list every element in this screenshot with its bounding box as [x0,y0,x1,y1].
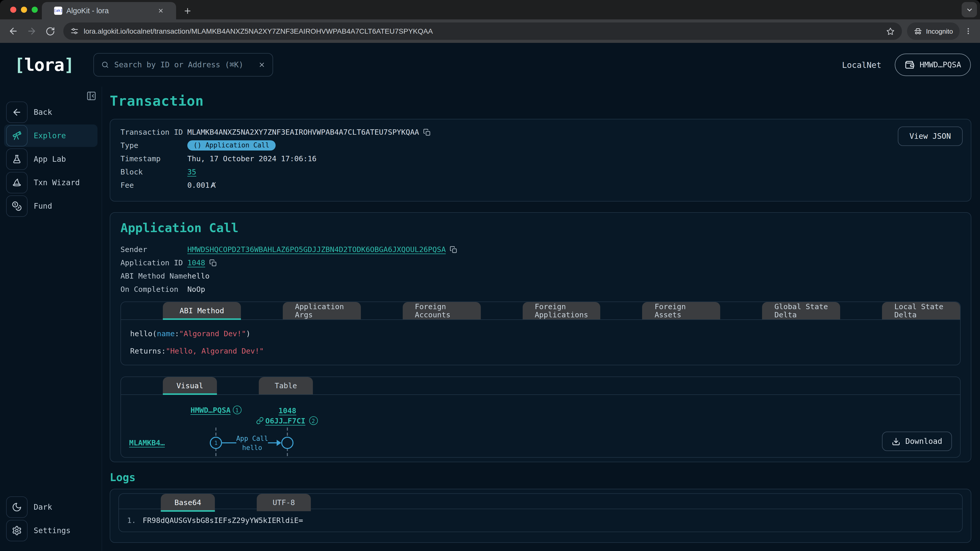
field-row: Transaction ID MLAMKB4ANXZ5NA2XY7ZNF3EAI… [121,127,961,137]
copy-icon[interactable] [209,259,217,267]
view-json-button[interactable]: View JSON [897,127,963,146]
algo-symbol: Ⱥ [210,181,216,189]
field-row: Application ID 1048 [121,258,961,268]
field-label: Fee [121,181,187,189]
field-row: Type () Application Call [121,140,961,151]
visual-tabs: Visual Table [121,377,960,395]
abi-fn: hello( [130,330,157,338]
sidebar-collapse-icon[interactable] [86,91,97,101]
tab-utf8[interactable]: UTF-8 [257,494,311,511]
sidebar-item-back[interactable]: Back [4,101,97,124]
app-body: Back Explore App Lab [0,87,980,551]
graph-group-row: O6JJ…F7CI2 [256,416,318,425]
sender-link[interactable]: HMWDSHQCOPD2T36WBAHLAZ6PO5GDJJZBN4D2TODK… [187,245,446,254]
minimize-window-button[interactable] [21,6,27,13]
abi-method-content: hello(name: "Algorand Dev!") Returns: "H… [121,320,960,365]
arrow-left-icon [6,102,27,123]
browser-menu-icon[interactable] [962,23,975,39]
tab-foreign-assets[interactable]: Foreign Assets [642,302,721,319]
tab-abi-method[interactable]: ABI Method [163,302,241,319]
application-id-link[interactable]: 1048 [187,259,205,267]
search-clear-icon[interactable] [258,61,266,68]
bookmark-star-icon[interactable] [886,27,895,35]
network-label[interactable]: LocalNet [842,60,881,70]
download-button[interactable]: Download [882,432,952,451]
logs-tabs: Base64 UTF-8 [119,494,962,509]
tab-search-button[interactable] [962,2,977,17]
fee-amount: 0.001 [187,181,210,189]
sidebar-item-label: Settings [34,526,71,535]
sidebar-item-explore[interactable]: Explore [4,124,97,147]
log-entry-text: FR98dQAUSGVsbG8sIEFsZ29yYW5kIERldiE= [143,516,303,524]
type-value: () Application Call [187,140,961,151]
graph-app-id-link[interactable]: 1048 [278,407,296,415]
url-bar[interactable]: lora.algokit.io/localnet/transaction/MLA… [63,22,902,40]
copy-icon[interactable] [450,246,458,253]
tab-visual[interactable]: Visual [163,377,217,394]
back-icon[interactable] [5,23,21,39]
logs-title: Logs [110,472,971,484]
logs-card: Base64 UTF-8 1. FR98dQAUSGVsbG8sIEFsZ29y… [110,489,971,543]
sidebar: Back Explore App Lab [0,87,102,551]
abi-call-signature: hello(name: "Algorand Dev!") [130,327,951,340]
close-window-button[interactable] [10,6,16,13]
tab-global-state-delta[interactable]: Global State Delta [762,302,840,319]
download-label: Download [905,437,942,446]
flask-icon [6,148,27,170]
graph-group-link[interactable]: O6JJ…F7CI [265,416,305,425]
graph-edge-line [222,442,236,443]
tab-application-args[interactable]: Application Args [283,302,361,319]
sidebar-item-label: Txn Wizard [34,178,80,187]
wallet-button[interactable]: HMWD…PQSA [894,54,971,76]
graph-sender-column: HMWD…PQSA1 [190,406,241,414]
transaction-id: MLAMKB4ANXZ5NA2XY7ZNF3EAIROHVWPAB4A7CLT6… [187,128,419,136]
reload-icon[interactable] [42,23,58,39]
telescope-icon [6,125,27,146]
main-content: Transaction Transaction ID MLAMKB4ANXZ5N… [102,87,980,551]
tab-local-state-delta[interactable]: Local State Delta [882,302,960,319]
forward-icon[interactable] [24,23,40,39]
moon-icon [6,496,27,518]
new-tab-button[interactable] [180,3,194,18]
transaction-card: Transaction ID MLAMKB4ANXZ5NA2XY7ZNF3EAI… [110,119,971,202]
sidebar-item-settings[interactable]: Settings [4,519,97,542]
tab-foreign-accounts[interactable]: Foreign Accounts [402,302,480,319]
field-row: Sender HMWDSHQCOPD2T36WBAHLAZ6PO5GDJJZBN… [121,245,961,254]
sidebar-item-label: Explore [34,131,66,140]
zoom-window-button[interactable] [32,6,38,13]
copy-icon[interactable] [423,128,431,136]
field-label: Application ID [121,259,187,267]
tab-base64[interactable]: Base64 [161,494,215,511]
logo-bracket-right: ] [64,55,74,75]
sidebar-item-label: Back [34,108,52,117]
incognito-badge: Incognito [907,22,959,40]
viewport: [ak] AlgoKit - lora lora.algokit.io/l [0,0,980,551]
block-link[interactable]: 35 [187,168,196,176]
graph-sender-link[interactable]: HMWD…PQSA [190,406,231,414]
graph-node-sender: 1 [210,437,222,449]
lora-logo[interactable]: [lora] [14,55,74,75]
browser-toolbar: lora.algokit.io/localnet/transaction/MLA… [0,19,980,43]
graph-edge-label-top: App Call [224,435,280,442]
browser-tab[interactable]: [ak] AlgoKit - lora [42,2,176,19]
tab-foreign-applications[interactable]: Foreign Applications [522,302,600,319]
sidebar-item-label: Fund [34,202,52,211]
sender-value: HMWDSHQCOPD2T36WBAHLAZ6PO5GDJJZBN4D2TODK… [187,245,961,254]
sidebar-item-label: App Lab [34,155,66,164]
tab-strip: [ak] AlgoKit - lora [0,0,980,19]
graph-txn-link[interactable]: MLAMKB4… [129,439,165,447]
site-settings-icon[interactable] [70,27,79,35]
field-label: Type [121,141,187,149]
wizard-hat-icon [6,172,27,193]
sidebar-item-fund[interactable]: Fund [4,195,97,218]
sidebar-item-app-lab[interactable]: App Lab [4,148,97,170]
incognito-label: Incognito [926,27,953,35]
logs-tabbed-panel: Base64 UTF-8 1. FR98dQAUSGVsbG8sIEFsZ29y… [118,493,963,532]
tab-close-icon[interactable] [158,8,164,14]
search-input[interactable] [115,60,253,69]
tab-table[interactable]: Table [259,377,313,394]
wallet-icon [904,60,915,70]
sidebar-item-theme-dark[interactable]: Dark [4,496,97,518]
sidebar-item-txn-wizard[interactable]: Txn Wizard [4,171,97,194]
search-box[interactable] [94,53,273,76]
